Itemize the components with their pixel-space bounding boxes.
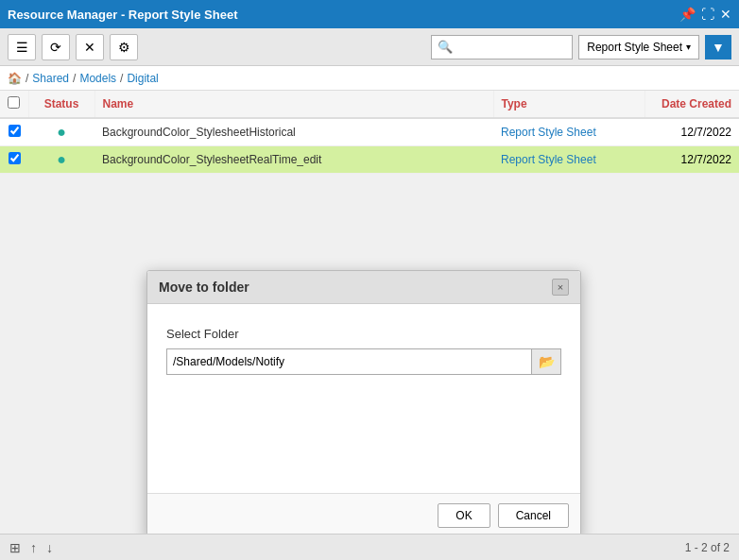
status-icon-1: ● [36,124,87,141]
row-checkbox-1[interactable] [9,125,21,137]
menu-button[interactable]: ☰ [8,34,36,60]
breadcrumb-shared[interactable]: Shared [32,72,69,85]
pin-icon[interactable]: 📌 [679,7,696,22]
modal-header: Move to folder × [147,271,580,304]
breadcrumb-separator-3: / [120,72,123,85]
search-icon: 🔍 [438,40,453,54]
move-to-folder-modal: Move to folder × Select Folder 📂 OK Canc… [146,270,581,538]
table-row[interactable]: ● BackgroundColor_StylesheetRealTime_edi… [0,146,739,174]
filter-button[interactable]: ▼ [705,35,731,59]
ok-button[interactable]: OK [438,503,490,528]
row-name-1[interactable]: BackgroundColor_StylesheetHistorical [95,118,493,146]
col-header-date: Date Created [644,91,739,118]
search-container: 🔍 [431,35,573,59]
row-type-2[interactable]: Report Style Sheet [493,146,644,174]
status-bar: ⊞ ↑ ↓ 1 - 2 of 2 [0,534,739,560]
table-row[interactable]: ● BackgroundColor_StylesheetHistorical R… [0,118,739,146]
app-title: Resource Manager - Report Style Sheet [8,8,237,22]
home-icon[interactable]: 🏠 [8,72,22,85]
modal-close-button[interactable]: × [552,279,569,296]
row-name-2[interactable]: BackgroundColor_StylesheetRealTime_edit [95,146,493,174]
col-header-name: Name [95,91,493,118]
cancel-button[interactable]: Cancel [498,503,569,528]
breadcrumb-digital[interactable]: Digital [127,72,158,85]
type-filter-dropdown[interactable]: Report Style Sheet ▾ [578,35,699,59]
row-checkbox-2[interactable] [9,152,21,164]
row-type-1[interactable]: Report Style Sheet [493,118,644,146]
folder-browse-button[interactable]: 📂 [531,348,561,375]
resource-table: Status Name Type Date Created ● Backgrou… [0,91,739,174]
maximize-icon[interactable]: ⛶ [701,7,714,22]
col-header-status: Status [28,91,95,118]
modal-body: Select Folder 📂 [147,304,580,493]
breadcrumb-separator-2: / [73,72,76,85]
modal-title: Move to folder [159,280,249,295]
folder-path-input[interactable] [166,348,531,375]
status-bar-left: ⊞ ↑ ↓ [9,540,53,555]
breadcrumb-models[interactable]: Models [79,72,116,85]
close-button[interactable]: ✕ [76,34,104,60]
col-header-type: Type [493,91,644,118]
page-info: 1 - 2 of 2 [685,541,730,554]
folder-open-icon: 📂 [539,354,555,369]
select-folder-label: Select Folder [166,327,561,341]
select-all-checkbox[interactable] [8,96,20,109]
settings-button[interactable]: ⚙ [110,34,138,60]
dropdown-label: Report Style Sheet [587,41,682,54]
breadcrumb: 🏠 / Shared / Models / Digital [0,66,739,91]
grid-icon[interactable]: ⊞ [9,540,21,555]
row-date-2: 12/7/2022 [644,146,739,174]
search-input[interactable] [456,40,570,54]
breadcrumb-separator-1: / [26,72,28,85]
main-content: Status Name Type Date Created ● Backgrou… [0,91,739,534]
modal-footer: OK Cancel [147,493,580,537]
folder-input-row: 📂 [166,348,561,375]
chevron-down-icon: ▾ [686,42,691,52]
up-arrow-icon[interactable]: ↑ [30,540,37,555]
title-bar-title: Resource Manager - Report Style Sheet [8,8,237,22]
row-date-1: 12/7/2022 [644,118,739,146]
title-bar-controls: 📌 ⛶ ✕ [679,7,731,22]
toolbar: ☰ ⟳ ✕ ⚙ 🔍 Report Style Sheet ▾ ▼ [0,28,739,66]
status-icon-2: ● [36,151,87,168]
down-arrow-icon[interactable]: ↓ [46,540,53,555]
refresh-button[interactable]: ⟳ [42,34,70,60]
window-close-icon[interactable]: ✕ [720,7,731,22]
table-container: Status Name Type Date Created ● Backgrou… [0,91,739,174]
title-bar: Resource Manager - Report Style Sheet 📌 … [0,0,739,28]
